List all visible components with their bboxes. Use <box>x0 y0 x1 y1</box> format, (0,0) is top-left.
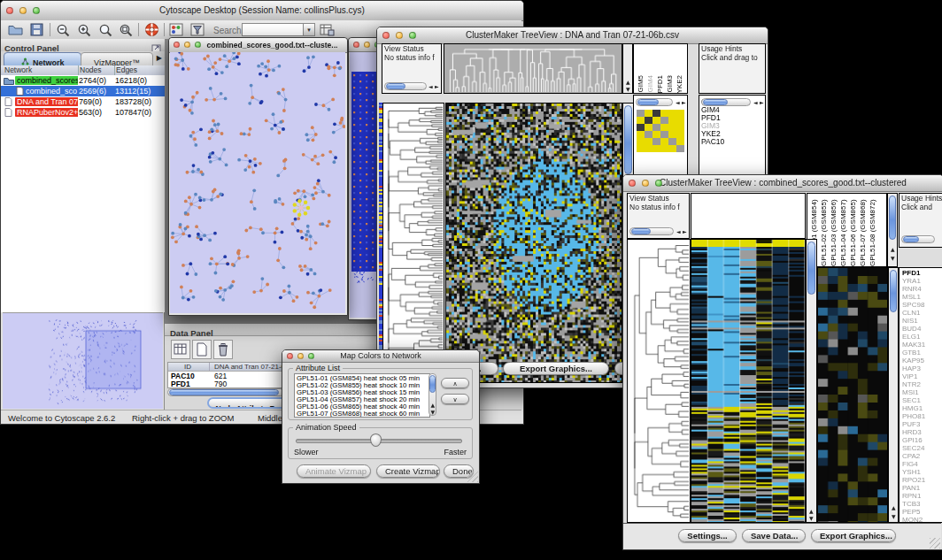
column-label[interactable]: GPL51-03 (GSM856) <box>830 196 838 266</box>
minimize-button[interactable] <box>297 353 304 359</box>
speed-slider-thumb[interactable] <box>370 433 382 447</box>
table-view-icon[interactable] <box>171 340 190 359</box>
id-column-header[interactable]: ID <box>184 363 191 371</box>
gene-label[interactable]: PFD1 <box>902 269 942 277</box>
tv2-gene-list[interactable]: PFD1YRA1RNR4MSL1SPC98CLN1NIS1BUD4ELG1MAK… <box>900 268 942 523</box>
gene-label[interactable]: MON2 <box>902 516 942 523</box>
data-panel-hscrollbar[interactable] <box>167 388 284 396</box>
gene-label[interactable]: KAP95 <box>902 357 942 364</box>
network-canvas[interactable] <box>170 52 345 313</box>
search-input[interactable] <box>242 23 305 36</box>
column-label[interactable]: GPL51-04 (GSM857) <box>839 196 847 266</box>
column-label[interactable]: PAC10 <box>685 71 688 93</box>
gene-label[interactable]: TCB3 <box>902 500 942 508</box>
tv1-heatmap[interactable] <box>445 103 622 383</box>
gene-label[interactable]: HRD3 <box>902 428 942 436</box>
tv1-row-dendrogram[interactable] <box>382 103 444 383</box>
gene-label[interactable]: FIG4 <box>902 460 942 468</box>
minimize-button[interactable] <box>184 42 190 48</box>
tv2-column-dendrogram[interactable] <box>691 193 806 239</box>
search-dropdown-button[interactable]: ▼ <box>303 23 315 36</box>
zoom-button[interactable] <box>308 353 314 359</box>
tv2-heatmap[interactable] <box>691 239 806 523</box>
network-row-combined-scores[interactable]: combined_scores 2764(0) 16218(0) <box>1 75 165 86</box>
gene-label[interactable]: GTB1 <box>902 349 942 357</box>
tab-vizmapper[interactable]: VizMapper™ <box>81 52 153 66</box>
tab-overflow-arrow[interactable]: ▶ <box>157 54 162 62</box>
gene-label[interactable]: MSI1 <box>902 388 942 396</box>
delete-attribute-icon[interactable] <box>213 340 233 359</box>
gene-label[interactable]: HMG1 <box>902 404 942 412</box>
column-label[interactable]: PFD1 <box>656 75 664 93</box>
gene-label[interactable]: YSH1 <box>902 468 942 476</box>
tv1-status-hscrollbar[interactable] <box>384 82 427 90</box>
column-label[interactable]: GIM3 <box>666 75 674 93</box>
close-button[interactable] <box>353 42 359 48</box>
new-attribute-icon[interactable] <box>192 340 212 359</box>
open-file-icon[interactable] <box>8 23 24 40</box>
gene-label[interactable]: PHO81 <box>902 412 942 420</box>
tv1-column-dendrogram[interactable] <box>444 43 622 94</box>
col-edges[interactable]: Edges <box>116 65 137 74</box>
gene-label[interactable]: PAN1 <box>902 484 942 492</box>
gene-label[interactable]: SEC24 <box>902 444 942 452</box>
tv2-save-data-button[interactable]: Save Data... <box>742 529 806 542</box>
gene-label[interactable]: YRA1 <box>902 277 942 285</box>
col-nodes[interactable]: Nodes <box>80 65 102 74</box>
gene-label[interactable]: CPA2 <box>902 452 942 460</box>
resize-grip[interactable] <box>467 472 478 482</box>
tv2-heatmap-vscrollbar[interactable]: ▲▼ <box>806 239 817 523</box>
tv1-genes-hscrollbar[interactable] <box>701 98 751 106</box>
birdseye-view[interactable] <box>3 312 163 409</box>
zoom-fit-icon[interactable] <box>98 23 113 41</box>
tv1-export-graphics-button[interactable]: Export Graphics... <box>503 362 609 375</box>
tv2-selected-heatmap[interactable] <box>817 267 888 523</box>
col-network[interactable]: Network <box>4 65 32 74</box>
minimize-button[interactable] <box>19 7 27 14</box>
zoom-out-icon[interactable] <box>56 23 71 41</box>
gene-label[interactable]: BUD4 <box>902 325 942 333</box>
move-up-button[interactable]: ∧ <box>441 378 469 388</box>
network-row-rnapuber[interactable]: RNAPuberNov2+ 563(0) 107847(0) <box>1 107 165 118</box>
attribute-item[interactable]: GPL51-07 (GSM868) heat shock 60 min <box>297 410 428 418</box>
column-label[interactable]: YKE2 <box>676 75 683 93</box>
gene-label[interactable]: CLN1 <box>902 309 942 317</box>
gene-label[interactable]: SEC1 <box>902 396 942 404</box>
zoom-button[interactable] <box>655 180 662 187</box>
close-button[interactable] <box>174 42 180 48</box>
zoom-button[interactable] <box>409 32 416 39</box>
attr-column-header[interactable]: DNA and Tran 07-21-06 <box>214 363 290 371</box>
network-row-selected[interactable]: combined_sco 2569(6) 13112(15) <box>1 86 165 96</box>
tv2-export-graphics-button[interactable]: Export Graphics... <box>811 529 896 542</box>
column-label[interactable]: GPL51-06 (GSM865) <box>849 196 857 266</box>
gene-label[interactable]: RPN1 <box>902 492 942 500</box>
gene-label[interactable]: PUF3 <box>902 420 942 428</box>
close-button[interactable] <box>287 353 293 359</box>
animate-vizmap-button[interactable]: Animate Vizmap <box>297 464 371 478</box>
gene-label[interactable]: RNR4 <box>902 285 942 293</box>
help-lifebuoy-icon[interactable] <box>144 22 159 41</box>
close-button[interactable] <box>629 180 636 187</box>
minimize-button[interactable] <box>642 180 649 187</box>
save-icon[interactable] <box>30 23 43 40</box>
gene-label[interactable]: MSL1 <box>902 293 942 301</box>
gene-label[interactable]: NIS1 <box>902 317 942 325</box>
tv2-selected-vscrollbar[interactable]: ▲▼ <box>888 267 899 523</box>
tv2-row-dendrogram[interactable] <box>627 239 691 523</box>
resize-grip[interactable] <box>930 538 940 548</box>
move-down-button[interactable]: ∨ <box>441 394 469 404</box>
zoom-in-icon[interactable] <box>77 23 92 41</box>
zoom-button[interactable] <box>33 7 40 14</box>
column-label[interactable]: GIM4 <box>646 75 654 93</box>
column-label[interactable]: GPL51-07 (GSM868) <box>859 196 867 266</box>
gene-label[interactable]: VIP1 <box>902 372 942 380</box>
gene-label[interactable]: SPC98 <box>902 301 942 309</box>
attribute-list[interactable]: GPL51-01 (GSM854) heat shock 05 minGPL51… <box>294 373 430 418</box>
gene-label[interactable]: ELG1 <box>902 333 942 341</box>
gene-label[interactable]: MAK31 <box>902 341 942 349</box>
close-button[interactable] <box>382 32 390 39</box>
tab-network[interactable]: Network <box>4 52 81 66</box>
column-label[interactable]: GPL51-08 (GSM872) <box>869 196 876 266</box>
attribute-list-vscrollbar[interactable]: ▲▼ <box>429 373 436 416</box>
column-label[interactable]: GIM5 <box>637 75 645 93</box>
